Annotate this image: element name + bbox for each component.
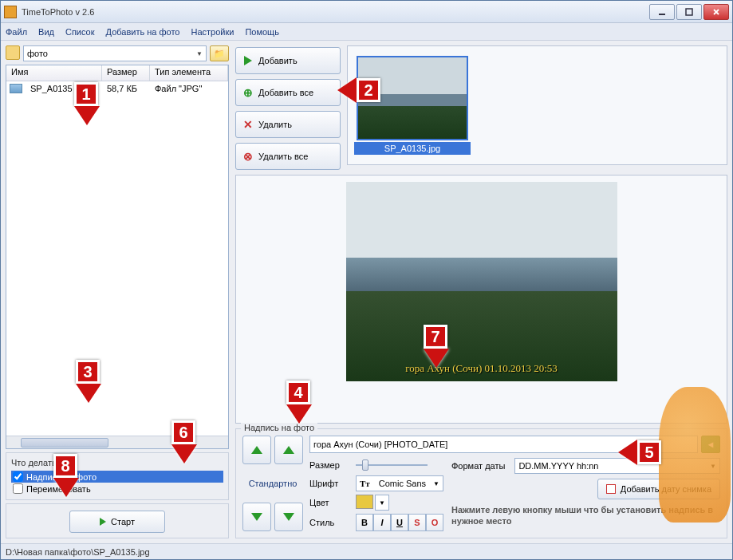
- app-window: TimeToPhoto v 2.6 Файл Вид Список Добави…: [0, 0, 733, 560]
- underline-button[interactable]: U: [391, 514, 408, 531]
- folder-up-button[interactable]: 📁: [210, 45, 229, 61]
- file-name: SP_A0135: [26, 83, 102, 94]
- thumbnail-image: [357, 56, 468, 140]
- preview-panel[interactable]: гора Ахун (Сочи) 01.10.2013 20:53: [235, 175, 727, 424]
- triangle-down-icon: [251, 513, 262, 521]
- nudge-down-2[interactable]: [274, 503, 303, 531]
- app-icon: [4, 6, 17, 18]
- add-button[interactable]: Добавить: [235, 47, 341, 74]
- titlebar: TimeToPhoto v 2.6: [1, 1, 732, 23]
- mascot-image: [659, 387, 731, 523]
- outline-button[interactable]: O: [426, 514, 443, 531]
- font-combo[interactable]: Tт Comic Sans ▼: [356, 475, 443, 491]
- close-button[interactable]: [703, 4, 729, 20]
- size-label: Размер: [309, 460, 349, 470]
- svg-rect-1: [686, 9, 692, 15]
- horizontal-scrollbar[interactable]: [6, 436, 228, 448]
- dateformat-label: Формат даты: [451, 461, 505, 471]
- caption-text-input[interactable]: [309, 436, 698, 453]
- bold-button[interactable]: B: [356, 514, 373, 531]
- x-icon: ✕: [242, 119, 254, 130]
- triangle-down-icon: [283, 513, 294, 521]
- menu-settings[interactable]: Настройки: [191, 27, 234, 37]
- triangle-up-icon: [283, 446, 294, 454]
- action-legend: Что делать:: [11, 458, 223, 467]
- col-type[interactable]: Тип элемента: [150, 65, 228, 81]
- option-rename[interactable]: Переименовать: [11, 483, 223, 495]
- thumbnail-item[interactable]: SP_A0135.jpg: [354, 56, 471, 155]
- nudge-down-1[interactable]: [242, 503, 271, 531]
- option-caption-checkbox[interactable]: [13, 471, 23, 482]
- size-slider[interactable]: [356, 458, 428, 472]
- menu-help[interactable]: Помощь: [245, 27, 279, 37]
- minimize-button[interactable]: [649, 4, 675, 20]
- option-rename-checkbox[interactable]: [13, 483, 23, 494]
- add-all-button[interactable]: ⊕ Добавить все: [235, 79, 341, 106]
- caption-settings-legend: Надпись на фото: [241, 423, 317, 432]
- thumbnail-strip: SP_A0135.jpg: [347, 45, 727, 165]
- italic-button[interactable]: I: [373, 514, 391, 531]
- color-combo[interactable]: ▼: [375, 495, 389, 511]
- menu-list[interactable]: Список: [65, 27, 95, 37]
- col-size[interactable]: Размер: [102, 65, 150, 81]
- folder-up-icon: 📁: [214, 49, 225, 59]
- menubar: Файл Вид Список Добавить на фото Настрой…: [1, 23, 732, 41]
- menu-view[interactable]: Вид: [38, 27, 54, 37]
- menu-file[interactable]: Файл: [6, 27, 27, 37]
- font-label: Шрифт: [309, 479, 349, 488]
- preview-image: гора Ахун (Сочи) 01.10.2013 20:53: [346, 182, 617, 381]
- folder-combo[interactable]: фото ▼: [23, 45, 207, 61]
- thumbnail-label: SP_A0135.jpg: [354, 142, 471, 155]
- file-list: Имя Размер Тип элемента SP_A0135 58,7 КБ…: [6, 65, 229, 449]
- file-row[interactable]: SP_A0135 58,7 КБ Файл "JPG": [6, 81, 228, 96]
- statusbar-path: D:\Новая папка\фото\SP_A0135.jpg: [6, 547, 150, 557]
- triangle-up-icon: [251, 446, 262, 454]
- slider-handle[interactable]: [362, 459, 368, 471]
- menu-add[interactable]: Добавить на фото: [106, 27, 180, 37]
- strike-button[interactable]: S: [408, 514, 426, 531]
- color-swatch[interactable]: [356, 495, 373, 509]
- delete-button[interactable]: ✕ Удалить: [235, 111, 341, 138]
- start-button[interactable]: Старт: [69, 511, 165, 533]
- add-all-icon: ⊕: [242, 87, 254, 98]
- statusbar: D:\Новая папка\фото\SP_A0135.jpg: [1, 543, 732, 559]
- calendar-icon: [606, 484, 616, 494]
- style-label: Стиль: [309, 518, 349, 527]
- svg-rect-0: [659, 14, 665, 15]
- nudge-up-2[interactable]: [274, 436, 303, 464]
- play-icon: [100, 518, 106, 526]
- delete-all-button[interactable]: ⊗ Удалить все: [235, 143, 341, 170]
- file-list-header: Имя Размер Тип элемента: [6, 65, 228, 81]
- action-panel: Что делать: Надпись на фото Переименоват…: [6, 452, 229, 500]
- option-caption[interactable]: Надпись на фото: [11, 471, 223, 483]
- image-file-icon: [10, 84, 22, 93]
- arrow-right-icon: [244, 56, 252, 65]
- folder-combo-value: фото: [27, 49, 48, 58]
- x-all-icon: ⊗: [242, 151, 254, 162]
- chevron-down-icon: ▼: [196, 50, 203, 57]
- file-size: 58,7 КБ: [102, 83, 150, 94]
- chevron-down-icon: ▼: [433, 480, 439, 487]
- nudge-up-1[interactable]: [242, 436, 271, 464]
- standard-link[interactable]: Стандартно: [242, 479, 303, 488]
- window-title: TimeToPhoto v 2.6: [22, 7, 649, 17]
- folder-icon: [6, 45, 20, 60]
- caption-settings-panel: Надпись на фото Стандартно ◄: [235, 428, 727, 538]
- color-label: Цвет: [309, 498, 349, 507]
- col-name[interactable]: Имя: [6, 65, 102, 81]
- file-type: Файл "JPG": [150, 83, 207, 94]
- maximize-button[interactable]: [676, 4, 702, 20]
- preview-caption: гора Ахун (Сочи) 01.10.2013 20:53: [346, 362, 617, 375]
